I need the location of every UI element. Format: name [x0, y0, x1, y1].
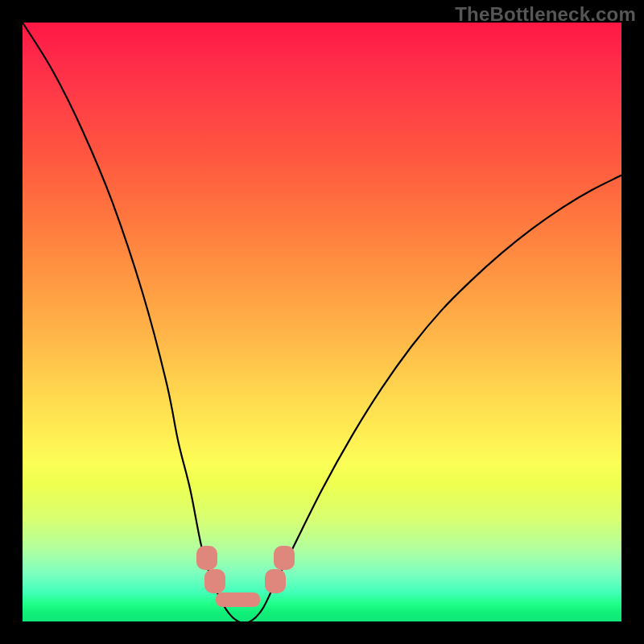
bottleneck-curve [23, 23, 621, 621]
curve-marker-knob-3 [274, 546, 295, 570]
curve-marker-knob-2 [265, 569, 286, 593]
watermark-text: TheBottleneck.com [455, 3, 636, 26]
curve-marker-knob-1 [204, 569, 225, 593]
chart-frame [23, 23, 621, 621]
curve-marker-knob-0 [196, 546, 217, 570]
curve-marker-bridge-4 [216, 592, 260, 607]
